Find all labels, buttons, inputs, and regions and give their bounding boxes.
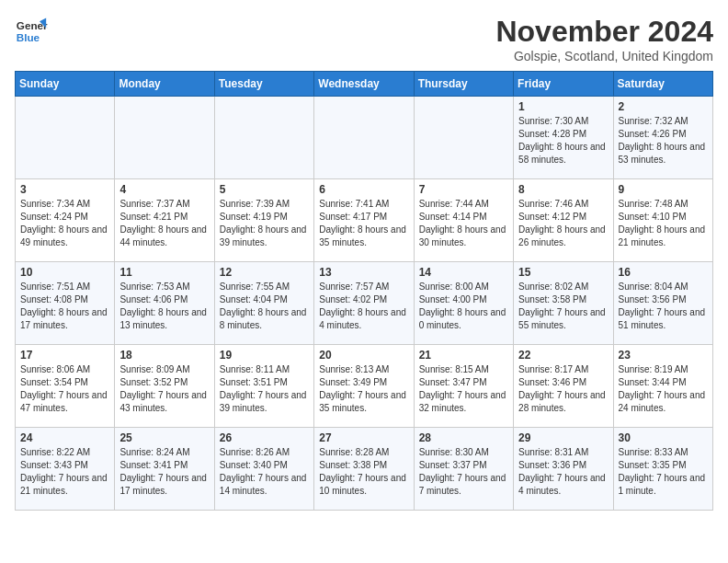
calendar-cell: 8Sunrise: 7:46 AM Sunset: 4:12 PM Daylig… [514,179,613,262]
day-info: Sunrise: 7:39 AM Sunset: 4:19 PM Dayligh… [220,198,309,249]
day-number: 4 [119,183,209,196]
column-header-monday: Monday [115,72,214,97]
calendar-week-row: 3Sunrise: 7:34 AM Sunset: 4:24 PM Daylig… [16,179,713,262]
calendar-cell: 14Sunrise: 8:00 AM Sunset: 4:00 PM Dayli… [414,262,513,345]
calendar-cell: 18Sunrise: 8:09 AM Sunset: 3:52 PM Dayli… [115,345,214,428]
day-info: Sunrise: 8:17 AM Sunset: 3:46 PM Dayligh… [518,363,608,415]
day-info: Sunrise: 7:44 AM Sunset: 4:14 PM Dayligh… [419,198,508,249]
day-number: 8 [518,183,608,196]
column-header-wednesday: Wednesday [314,72,414,97]
day-info: Sunrise: 8:00 AM Sunset: 4:00 PM Dayligh… [419,281,508,332]
logo-icon: General Blue [15,15,48,48]
column-header-friday: Friday [514,72,613,97]
day-number: 26 [220,431,309,444]
day-number: 9 [619,183,708,196]
day-info: Sunrise: 7:48 AM Sunset: 4:10 PM Dayligh… [619,198,708,249]
day-number: 1 [518,100,608,113]
calendar-cell: 3Sunrise: 7:34 AM Sunset: 4:24 PM Daylig… [16,179,115,262]
day-number: 11 [119,266,209,279]
calendar-cell: 11Sunrise: 7:53 AM Sunset: 4:06 PM Dayli… [115,262,214,345]
calendar-cell: 4Sunrise: 7:37 AM Sunset: 4:21 PM Daylig… [115,179,214,262]
calendar-cell: 7Sunrise: 7:44 AM Sunset: 4:14 PM Daylig… [414,179,513,262]
day-info: Sunrise: 7:41 AM Sunset: 4:17 PM Dayligh… [319,198,408,249]
day-number: 29 [518,431,608,444]
day-info: Sunrise: 8:09 AM Sunset: 3:52 PM Dayligh… [119,363,209,415]
day-info: Sunrise: 8:04 AM Sunset: 3:56 PM Dayligh… [619,281,708,332]
calendar-cell: 19Sunrise: 8:11 AM Sunset: 3:51 PM Dayli… [214,345,313,428]
calendar-cell [115,97,214,179]
day-number: 16 [619,266,708,279]
day-info: Sunrise: 8:06 AM Sunset: 3:54 PM Dayligh… [20,363,109,415]
day-number: 20 [319,349,408,362]
day-info: Sunrise: 8:28 AM Sunset: 3:38 PM Dayligh… [319,446,408,498]
day-info: Sunrise: 8:11 AM Sunset: 3:51 PM Dayligh… [220,363,309,415]
day-number: 27 [319,431,408,444]
calendar-week-row: 17Sunrise: 8:06 AM Sunset: 3:54 PM Dayli… [16,345,713,428]
day-info: Sunrise: 7:34 AM Sunset: 4:24 PM Dayligh… [20,198,109,249]
calendar-cell: 28Sunrise: 8:30 AM Sunset: 3:37 PM Dayli… [414,428,513,511]
day-info: Sunrise: 7:30 AM Sunset: 4:28 PM Dayligh… [518,115,608,167]
calendar-cell: 12Sunrise: 7:55 AM Sunset: 4:04 PM Dayli… [214,262,313,345]
column-header-saturday: Saturday [613,72,712,97]
day-info: Sunrise: 8:13 AM Sunset: 3:49 PM Dayligh… [319,363,408,415]
calendar-cell [414,97,513,179]
calendar-cell: 27Sunrise: 8:28 AM Sunset: 3:38 PM Dayli… [314,428,414,511]
svg-text:Blue: Blue [17,31,40,43]
calendar-header-row: SundayMondayTuesdayWednesdayThursdayFrid… [16,72,713,97]
day-number: 21 [419,349,508,362]
day-number: 6 [319,183,408,196]
day-info: Sunrise: 7:57 AM Sunset: 4:02 PM Dayligh… [319,281,408,332]
day-number: 14 [419,266,508,279]
day-number: 25 [119,431,209,444]
column-header-tuesday: Tuesday [214,72,313,97]
day-info: Sunrise: 8:33 AM Sunset: 3:35 PM Dayligh… [619,446,708,498]
day-number: 5 [220,183,309,196]
day-info: Sunrise: 8:24 AM Sunset: 3:41 PM Dayligh… [119,446,209,498]
day-info: Sunrise: 7:51 AM Sunset: 4:08 PM Dayligh… [20,281,109,332]
day-number: 3 [20,183,109,196]
calendar-cell: 24Sunrise: 8:22 AM Sunset: 3:43 PM Dayli… [16,428,115,511]
day-info: Sunrise: 8:15 AM Sunset: 3:47 PM Dayligh… [419,363,508,415]
calendar-cell: 26Sunrise: 8:26 AM Sunset: 3:40 PM Dayli… [214,428,313,511]
day-number: 13 [319,266,408,279]
day-number: 17 [20,349,109,362]
day-number: 2 [619,100,708,113]
day-number: 12 [220,266,309,279]
calendar-cell: 22Sunrise: 8:17 AM Sunset: 3:46 PM Dayli… [514,345,613,428]
calendar-table: SundayMondayTuesdayWednesdayThursdayFrid… [15,71,713,511]
calendar-cell: 30Sunrise: 8:33 AM Sunset: 3:35 PM Dayli… [613,428,712,511]
day-info: Sunrise: 7:37 AM Sunset: 4:21 PM Dayligh… [119,198,209,249]
calendar-cell: 10Sunrise: 7:51 AM Sunset: 4:08 PM Dayli… [16,262,115,345]
calendar-cell: 2Sunrise: 7:32 AM Sunset: 4:26 PM Daylig… [613,97,712,179]
day-number: 10 [20,266,109,279]
day-info: Sunrise: 8:26 AM Sunset: 3:40 PM Dayligh… [220,446,309,498]
page-header: General Blue November 2024 Golspie, Scot… [15,15,713,63]
calendar-cell: 25Sunrise: 8:24 AM Sunset: 3:41 PM Dayli… [115,428,214,511]
calendar-week-row: 24Sunrise: 8:22 AM Sunset: 3:43 PM Dayli… [16,428,713,511]
day-info: Sunrise: 7:55 AM Sunset: 4:04 PM Dayligh… [220,281,309,332]
day-info: Sunrise: 7:53 AM Sunset: 4:06 PM Dayligh… [119,281,209,332]
calendar-cell: 23Sunrise: 8:19 AM Sunset: 3:44 PM Dayli… [613,345,712,428]
location-subtitle: Golspie, Scotland, United Kingdom [495,49,713,63]
day-info: Sunrise: 8:30 AM Sunset: 3:37 PM Dayligh… [419,446,508,498]
calendar-cell [16,97,115,179]
calendar-week-row: 1Sunrise: 7:30 AM Sunset: 4:28 PM Daylig… [16,97,713,179]
day-number: 23 [619,349,708,362]
day-info: Sunrise: 8:31 AM Sunset: 3:36 PM Dayligh… [518,446,608,498]
calendar-cell [314,97,414,179]
column-header-thursday: Thursday [414,72,513,97]
day-number: 24 [20,431,109,444]
logo: General Blue [15,15,48,48]
day-number: 15 [518,266,608,279]
calendar-cell: 13Sunrise: 7:57 AM Sunset: 4:02 PM Dayli… [314,262,414,345]
calendar-cell: 17Sunrise: 8:06 AM Sunset: 3:54 PM Dayli… [16,345,115,428]
calendar-week-row: 10Sunrise: 7:51 AM Sunset: 4:08 PM Dayli… [16,262,713,345]
day-number: 28 [419,431,508,444]
calendar-cell: 21Sunrise: 8:15 AM Sunset: 3:47 PM Dayli… [414,345,513,428]
calendar-cell: 5Sunrise: 7:39 AM Sunset: 4:19 PM Daylig… [214,179,313,262]
day-number: 22 [518,349,608,362]
day-number: 7 [419,183,508,196]
day-info: Sunrise: 8:22 AM Sunset: 3:43 PM Dayligh… [20,446,109,498]
title-area: November 2024 Golspie, Scotland, United … [495,15,713,63]
month-year-title: November 2024 [495,15,713,49]
